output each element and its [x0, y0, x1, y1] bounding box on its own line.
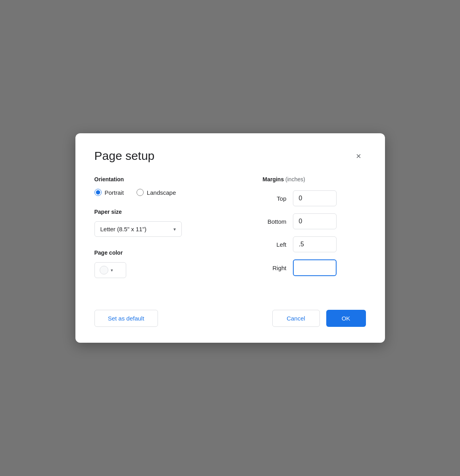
landscape-option[interactable]: Landscape — [137, 189, 176, 196]
color-circle — [100, 266, 108, 274]
right-input[interactable] — [293, 259, 337, 276]
portrait-option[interactable]: Portrait — [94, 189, 124, 196]
dialog-footer: Set as default Cancel OK — [94, 303, 366, 327]
paper-size-section: Paper size Letter (8.5" x 11") ▾ — [94, 209, 239, 237]
margins-header: Margins (inches) — [263, 176, 366, 182]
cancel-button[interactable]: Cancel — [272, 310, 320, 327]
dialog-header: Page setup × — [94, 149, 366, 163]
bottom-input[interactable] — [293, 213, 337, 229]
paper-size-label: Paper size — [94, 209, 239, 215]
margin-row-left: Left — [263, 236, 366, 252]
left-label: Left — [263, 241, 287, 248]
close-button[interactable]: × — [352, 149, 366, 163]
color-arrow: ▾ — [111, 268, 113, 273]
left-section: Orientation Portrait Landscape — [94, 176, 239, 284]
orientation-label: Orientation — [94, 176, 239, 182]
paper-size-select[interactable]: Letter (8.5" x 11") ▾ — [94, 221, 182, 237]
margin-row-right: Right — [263, 259, 366, 276]
orientation-section: Orientation Portrait Landscape — [94, 176, 239, 196]
color-picker-button[interactable]: ▾ — [94, 262, 126, 278]
page-setup-dialog: Page setup × Orientation Portrait — [75, 133, 385, 343]
landscape-radio[interactable] — [137, 189, 144, 196]
footer-right-buttons: Cancel OK — [272, 310, 366, 327]
backdrop: Page setup × Orientation Portrait — [0, 0, 460, 476]
right-label: Right — [263, 265, 287, 271]
ok-button[interactable]: OK — [326, 310, 366, 327]
margin-row-bottom: Bottom — [263, 213, 366, 229]
margins-label-main: Margins — [263, 176, 284, 182]
bottom-label: Bottom — [263, 218, 287, 225]
landscape-label: Landscape — [147, 189, 176, 196]
top-input[interactable] — [293, 190, 337, 206]
set-default-button[interactable]: Set as default — [94, 310, 158, 327]
margins-label-unit: (inches) — [285, 176, 305, 182]
portrait-radio[interactable] — [94, 189, 102, 196]
top-label: Top — [263, 195, 287, 202]
left-input[interactable] — [293, 236, 337, 252]
dialog-title: Page setup — [94, 149, 155, 163]
dialog-body: Orientation Portrait Landscape — [94, 176, 366, 284]
orientation-options: Portrait Landscape — [94, 189, 239, 196]
right-section: Margins (inches) Top Bottom Left — [263, 176, 366, 284]
margin-row-top: Top — [263, 190, 366, 206]
paper-size-value: Letter (8.5" x 11") — [100, 226, 147, 232]
page-color-label: Page color — [94, 250, 239, 256]
page-color-section: Page color ▾ — [94, 250, 239, 278]
paper-size-arrow: ▾ — [173, 226, 176, 232]
portrait-label: Portrait — [105, 189, 124, 196]
